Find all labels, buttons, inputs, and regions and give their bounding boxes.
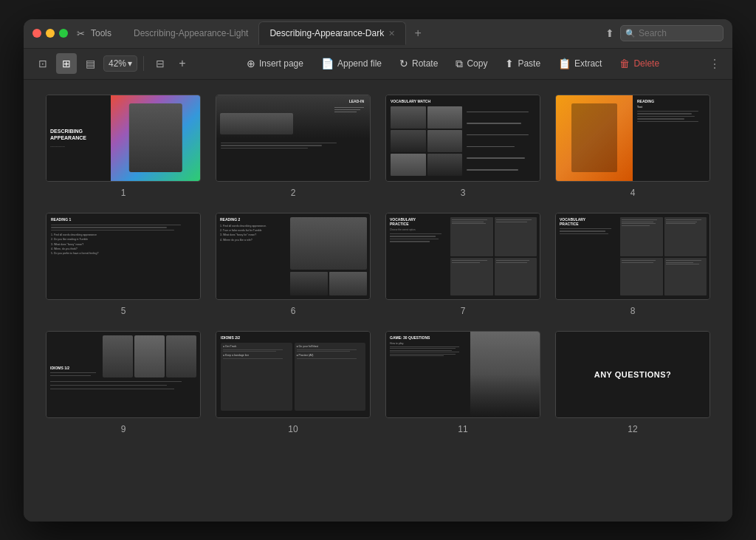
extract-icon: 📋 [558,58,571,69]
slide-11-content: GAME: 30 QUESTIONS How to play: [386,332,540,417]
minimize-button[interactable] [46,29,55,38]
tab-close-icon[interactable]: ✕ [388,29,395,38]
page-thumb-12[interactable]: ANY QUESTIONS? [555,331,710,418]
slide-8-content: VOCABULARYPRACTICE [556,213,709,299]
tabs-area: Describing-Appearance-Light Describing-A… [123,21,605,45]
new-tab-button[interactable]: + [409,24,427,42]
page-num-8: 8 [630,306,636,316]
page-thumb-2[interactable]: LEAD-IN [216,95,371,182]
delete-label: Delete [633,58,659,69]
close-button[interactable] [32,29,41,38]
slide-6-content: READING 2 1. Find all words describing a… [216,213,370,299]
slide-9-content: IDIOMS 1/2 [47,332,200,417]
insert-page-icon: ⊕ [247,58,255,69]
page-item[interactable]: VOCABULARY MATCH [385,95,540,198]
page-thumb-9[interactable]: IDIOMS 1/2 [46,331,201,418]
page-item[interactable]: READING 2 1. Find all words describing a… [216,213,371,316]
search-icon: 🔍 [625,29,636,38]
scissors-icon: ✂ [77,28,85,39]
extract-button[interactable]: 📋 Extract [551,54,609,73]
toolbar: ⊡ ⊞ ▤ 42% ▾ ⊟ + ⊕ Insert page 📄 Append f… [24,49,732,80]
search-input[interactable] [620,25,724,41]
page-thumb-5[interactable]: READING 1 1. Find all words describing a… [46,213,201,300]
page-thumb-7[interactable]: VOCABULARYPRACTICE Choose the correct op… [385,213,540,300]
page-num-1: 1 [121,188,126,198]
page-item[interactable]: VOCABULARYPRACTICE Choose the correct op… [385,213,540,316]
copy-icon: ⧉ [456,58,463,70]
toolbar-divider-1 [143,56,144,71]
delete-icon: 🗑 [619,58,630,69]
paste-button[interactable]: ⬆ Paste [498,54,548,73]
page-thumb-8[interactable]: VOCABULARYPRACTICE [555,213,710,300]
page-item[interactable]: VOCABULARYPRACTICE [555,213,710,316]
slide-1-content: DESCRIBINGAPPEARANCE ____________ [47,95,200,181]
page-item[interactable]: GAME: 30 QUESTIONS How to play: [385,331,540,434]
insert-page-button[interactable]: ⊕ Insert page [239,54,311,73]
pages-grid: DESCRIBINGAPPEARANCE ____________ 1 [46,95,710,434]
slide-2-content: LEAD-IN [216,95,370,181]
slide-3-content: VOCABULARY MATCH [386,95,540,181]
maximize-button[interactable] [59,29,68,38]
slide-10-content: IDIOMS 2/2 ● Get Track ● Keep a bandage … [216,332,370,417]
rotate-label: Rotate [412,58,438,69]
titlebar-right: ⬆ 🔍 [605,25,724,41]
page-num-9: 9 [121,424,126,434]
page-item[interactable]: IDIOMS 1/2 [46,331,201,434]
page-item[interactable]: READING 1 1. Find all words describing a… [46,213,201,316]
tab-light[interactable]: Describing-Appearance-Light [123,21,258,45]
append-file-button[interactable]: 📄 Append file [314,54,389,73]
slide-4-content: READING Text [556,95,709,181]
page-thumb-10[interactable]: IDIOMS 2/2 ● Get Track ● Keep a bandage … [216,331,371,418]
paste-label: Paste [518,58,540,69]
page-thumb-11[interactable]: GAME: 30 QUESTIONS How to play: [385,331,540,418]
copy-button[interactable]: ⧉ Copy [448,54,495,74]
sidebar-toggle-button[interactable]: ⊡ [32,53,53,74]
titlebar: ✂ Tools Describing-Appearance-Light Desc… [24,19,732,49]
page-item[interactable]: DESCRIBINGAPPEARANCE ____________ 1 [46,95,201,198]
page-thumb-4[interactable]: READING Text [555,95,710,182]
page-item[interactable]: READING Text 4 [555,95,710,198]
share-button[interactable]: ⬆ [605,27,614,39]
tools-menu[interactable]: ✂ Tools [77,28,111,39]
toolbar-actions: ⊕ Insert page 📄 Append file ↻ Rotate ⧉ C… [200,54,706,74]
tab-light-label: Describing-Appearance-Light [134,28,248,38]
main-window: ✂ Tools Describing-Appearance-Light Desc… [24,19,732,522]
view-controls: ⊡ ⊞ ▤ 42% ▾ ⊟ + [32,53,191,74]
page-thumb-1[interactable]: DESCRIBINGAPPEARANCE ____________ [46,95,201,182]
page-num-3: 3 [461,188,466,198]
delete-button[interactable]: 🗑 Delete [612,54,667,73]
insert-page-label: Insert page [259,58,303,69]
slide-12-content: ANY QUESTIONS? [556,332,709,417]
page-num-2: 2 [291,188,296,198]
page-item[interactable]: IDIOMS 2/2 ● Get Track ● Keep a bandage … [216,331,371,434]
slide-5-content: READING 1 1. Find all words describing a… [47,213,200,299]
list-view-button[interactable]: ▤ [80,53,100,74]
page-num-10: 10 [288,424,298,434]
page-thumb-3[interactable]: VOCABULARY MATCH [385,95,540,182]
tools-label: Tools [91,28,111,38]
more-options-button[interactable]: ⋮ [706,57,724,71]
rotate-button[interactable]: ↻ Rotate [392,54,445,73]
page-thumb-6[interactable]: READING 2 1. Find all words describing a… [216,213,371,300]
search-wrapper: 🔍 [620,25,724,41]
fit-page-button[interactable]: ⊟ [150,53,171,74]
paste-icon: ⬆ [505,58,514,69]
tab-dark-label: Describing-Appearance-Dark [269,28,384,38]
traffic-lights [32,29,68,38]
page-num-4: 4 [630,188,636,198]
zoom-control[interactable]: 42% ▾ [103,55,137,72]
slide-7-content: VOCABULARYPRACTICE Choose the correct op… [386,213,540,299]
zoom-label: 42% [109,58,126,69]
page-num-12: 12 [628,424,637,434]
page-item[interactable]: LEAD-IN [216,95,371,198]
page-num-7: 7 [461,306,466,316]
page-num-11: 11 [458,424,467,434]
main-content: DESCRIBINGAPPEARANCE ____________ 1 [24,80,732,522]
extract-label: Extract [574,58,602,69]
page-num-6: 6 [291,306,296,316]
page-item[interactable]: ANY QUESTIONS? 12 [555,331,710,434]
page-num-5: 5 [121,306,126,316]
grid-view-button[interactable]: ⊞ [56,53,77,74]
tab-dark[interactable]: Describing-Appearance-Dark ✕ [258,21,406,45]
add-view-button[interactable]: + [173,55,191,72]
